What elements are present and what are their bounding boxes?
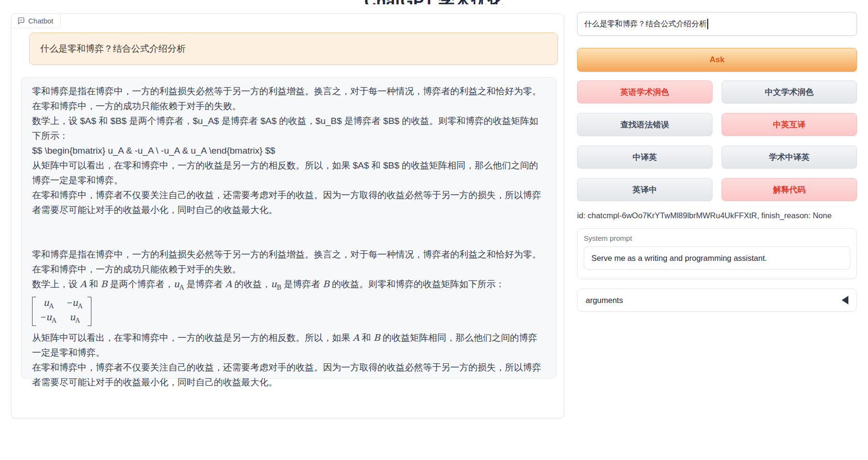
bot-paragraph-definition: 零和博弈是指在博弈中，一方的利益损失必然等于另一方的利益增益。换言之，对于每一种… bbox=[32, 84, 545, 113]
bot-paragraph-conclusion-rendered: 从矩阵中可以看出，在零和博弈中，一方的收益是另一方的相反数。所以，如果 A 和 … bbox=[32, 330, 545, 360]
matrix-cell: −uA bbox=[41, 312, 56, 326]
bot-paragraph-latex-raw: $$ \begin{bmatrix} u_A & -u_A \ -u_A & u… bbox=[32, 143, 545, 158]
button-find-grammar-errors[interactable]: 查找语法错误 bbox=[577, 113, 712, 136]
question-input-value: 什么是零和博弈？结合公式介绍分析 bbox=[584, 19, 707, 29]
button-explain-code[interactable]: 解释代码 bbox=[722, 178, 857, 201]
question-input[interactable]: 什么是零和博弈？结合公式介绍分析 bbox=[577, 12, 857, 36]
chatbot-label-text: Chatbot bbox=[28, 17, 54, 25]
quick-action-grid: 英语学术润色 中文学术润色 查找语法错误 中英互译 中译英 学术中译英 英译中 … bbox=[577, 80, 857, 201]
button-english-academic-polish[interactable]: 英语学术润色 bbox=[577, 80, 712, 103]
button-zh-en-mutual-translate[interactable]: 中英互译 bbox=[722, 113, 857, 136]
bot-message-gap bbox=[32, 217, 545, 247]
chatbot-panel: Chatbot 什么是零和博弈？结合公式介绍分析 零和博弈是指在博弈中，一方的利… bbox=[11, 13, 564, 418]
arguments-accordion[interactable]: arguments bbox=[577, 289, 857, 312]
matrix-cell: uA bbox=[41, 297, 56, 312]
chatbot-label: Chatbot bbox=[11, 14, 61, 28]
system-prompt-input[interactable]: Serve me as a writing and programming as… bbox=[584, 247, 850, 269]
bot-paragraph-strategy: 在零和博弈中，博弈者不仅要关注自己的收益，还需要考虑对手的收益。因为一方取得的收… bbox=[32, 188, 545, 217]
response-status-line: id: chatcmpl-6wOo7KrYTwMl89lbrMWRu4UkFFX… bbox=[577, 211, 832, 220]
bot-paragraph-definition-2: 零和博弈是指在博弈中，一方的利益损失必然等于另一方的利益增益。换言之，对于每一种… bbox=[32, 247, 545, 277]
matrix-right-bracket bbox=[88, 297, 91, 326]
button-en-to-zh[interactable]: 英译中 bbox=[577, 178, 712, 201]
page-title-text: ChatGPT 学术优化 bbox=[365, 0, 504, 4]
button-zh-to-en[interactable]: 中译英 bbox=[577, 146, 712, 168]
chat-bubble-icon bbox=[17, 17, 25, 25]
matrix-cell: −uA bbox=[67, 297, 83, 312]
user-message-bubble: 什么是零和博弈？结合公式介绍分析 bbox=[29, 33, 558, 65]
bot-paragraph-strategy-2: 在零和博弈中，博弈者不仅要关注自己的收益，还需要考虑对手的收益。因为一方取得的收… bbox=[32, 360, 545, 390]
matrix-left-bracket bbox=[32, 297, 36, 326]
payoff-matrix: uA −uA −uA uA bbox=[32, 297, 91, 326]
system-prompt-panel: System prompt Serve me as a writing and … bbox=[577, 228, 857, 279]
bot-paragraph-conclusion-raw: 从矩阵中可以看出，在零和博弈中，一方的收益是另一方的相反数。所以，如果 $A$ … bbox=[32, 158, 545, 188]
system-prompt-label: System prompt bbox=[584, 234, 850, 242]
bot-paragraph-math-raw: 数学上，设 $A$ 和 $B$ 是两个博弈者，$u_A$ 是博弈者 $A$ 的收… bbox=[32, 113, 545, 143]
button-chinese-academic-polish[interactable]: 中文学术润色 bbox=[722, 80, 857, 103]
arguments-accordion-label: arguments bbox=[586, 296, 623, 305]
bot-paragraph-math-rendered: 数学上，设 A 和 B 是两个博弈者，uA 是博弈者 A 的收益，uB 是博弈者… bbox=[32, 277, 545, 295]
text-caret bbox=[707, 19, 708, 29]
user-message-text: 什么是零和博弈？结合公式介绍分析 bbox=[40, 43, 186, 55]
button-academic-zh-to-en[interactable]: 学术中译英 bbox=[722, 146, 857, 168]
ask-button[interactable]: Ask bbox=[577, 48, 857, 72]
page-title-clipped: ChatGPT 学术优化 bbox=[0, 0, 868, 4]
system-prompt-value: Serve me as a writing and programming as… bbox=[591, 254, 767, 263]
accordion-collapsed-arrow-icon bbox=[842, 296, 848, 304]
matrix-cell: uA bbox=[67, 312, 83, 326]
bot-message-bubble: 零和博弈是指在博弈中，一方的利益损失必然等于另一方的利益增益。换言之，对于每一种… bbox=[21, 77, 556, 379]
